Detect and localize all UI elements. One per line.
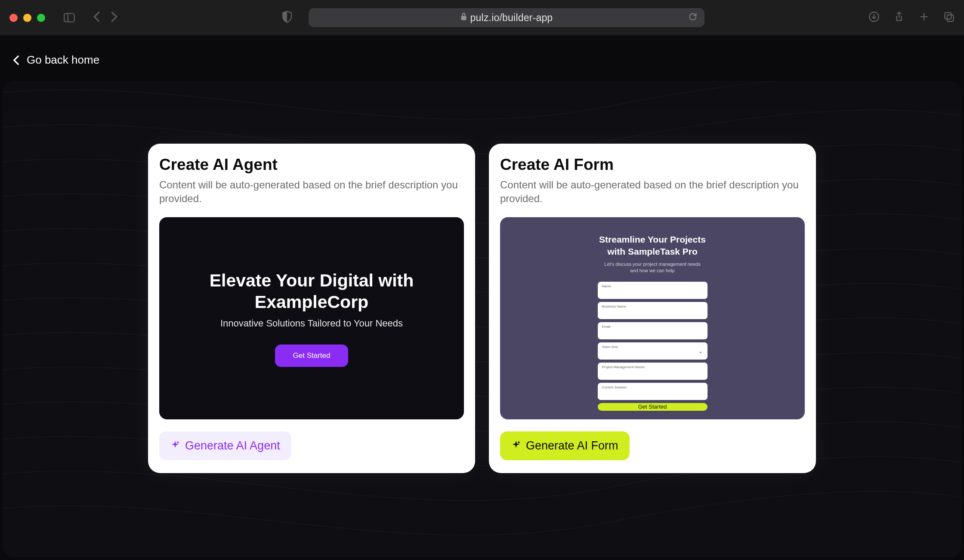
svg-rect-0 — [64, 13, 74, 22]
browser-chrome: pulz.io/builder-app — [0, 0, 964, 35]
svg-rect-8 — [945, 12, 951, 19]
form-field-pm-needs: Project Management Needs — [598, 363, 708, 380]
main-panel: Create AI Agent Content will be auto-gen… — [3, 81, 961, 557]
agent-preview-cta-button: Get Started — [275, 345, 349, 367]
reload-icon[interactable] — [688, 12, 698, 23]
page-content: Go back home — [0, 35, 964, 560]
create-ai-form-card: Create AI Form Content will be auto-gene… — [489, 144, 816, 473]
agent-preview: Elevate Your Digital with ExampleCorp In… — [159, 217, 464, 419]
window-controls — [9, 14, 45, 22]
generate-ai-form-label: Generate AI Form — [526, 439, 618, 452]
share-icon[interactable] — [893, 11, 905, 24]
card-desc-agent: Content will be auto-generated based on … — [159, 178, 464, 206]
lock-icon — [460, 13, 467, 22]
url-bar[interactable]: pulz.io/builder-app — [309, 8, 704, 27]
create-ai-agent-card: Create AI Agent Content will be auto-gen… — [148, 144, 475, 473]
form-field-team-size: Team Size — [598, 342, 708, 360]
new-tab-icon[interactable] — [918, 11, 930, 24]
url-text: pulz.io/builder-app — [470, 12, 553, 24]
generate-ai-form-button[interactable]: Generate AI Form — [500, 431, 630, 460]
form-preview-fields: Name Business Name Email Team Size Proje… — [598, 282, 708, 400]
maximize-window-button[interactable] — [37, 14, 45, 22]
agent-preview-hero-subtitle: Innovative Solutions Tailored to Your Ne… — [220, 318, 403, 329]
svg-rect-2 — [461, 16, 466, 20]
form-field-email: Email — [598, 322, 708, 339]
form-preview-cta-button: Get Started — [598, 403, 708, 411]
minimize-window-button[interactable] — [23, 14, 31, 22]
card-title-agent: Create AI Agent — [159, 156, 464, 174]
form-preview-title: Streamline Your Projects with SampleTask… — [599, 234, 706, 258]
form-field-business-name: Business Name — [598, 302, 708, 319]
close-window-button[interactable] — [9, 14, 18, 22]
form-preview: Streamline Your Projects with SampleTask… — [500, 217, 805, 419]
go-back-home-link[interactable]: Go back home — [13, 53, 99, 67]
nav-forward-button[interactable] — [110, 11, 118, 25]
generate-ai-agent-label: Generate AI Agent — [185, 439, 280, 452]
downloads-icon[interactable] — [868, 11, 880, 24]
card-title-form: Create AI Form — [500, 156, 805, 174]
tab-overview-icon[interactable] — [943, 11, 955, 24]
svg-rect-9 — [947, 15, 954, 22]
sidebar-toggle-icon[interactable] — [64, 13, 75, 22]
form-preview-subtitle: Let's discuss your project management ne… — [604, 261, 700, 274]
card-desc-form: Content will be auto-generated based on … — [500, 178, 805, 206]
privacy-shield-icon[interactable] — [282, 11, 292, 25]
form-field-name: Name — [598, 282, 708, 299]
go-back-home-label: Go back home — [27, 53, 99, 67]
form-field-current-solution: Current Solution — [598, 383, 708, 400]
agent-preview-hero-title: Elevate Your Digital with ExampleCorp — [200, 270, 423, 313]
sparkle-icon — [170, 439, 180, 452]
nav-back-button[interactable] — [93, 11, 101, 25]
option-cards: Create AI Agent Content will be auto-gen… — [148, 144, 816, 473]
sparkle-icon — [511, 439, 521, 452]
generate-ai-agent-button[interactable]: Generate AI Agent — [159, 431, 291, 460]
